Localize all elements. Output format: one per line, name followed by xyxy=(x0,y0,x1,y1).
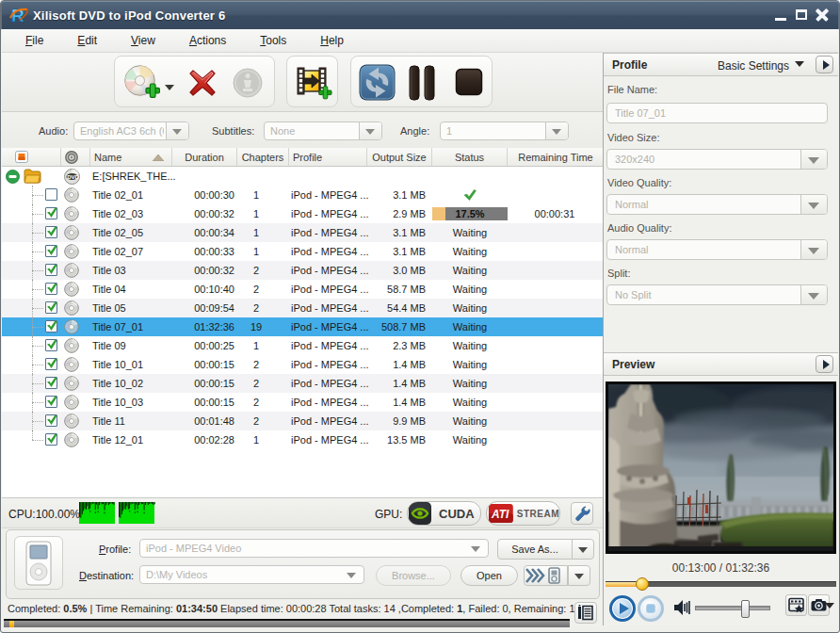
video-size-select[interactable]: 320x240 xyxy=(606,149,828,170)
save-as-dropdown-button[interactable] xyxy=(572,539,594,560)
profile-preset-dropdown[interactable]: Basic Settings xyxy=(718,59,804,73)
row-checkbox-checked[interactable] xyxy=(45,339,57,351)
split-select[interactable]: No Split xyxy=(606,284,828,305)
cell-status-done xyxy=(432,186,508,204)
row-checkbox-checked[interactable] xyxy=(45,396,57,408)
seek-bar[interactable] xyxy=(606,581,836,587)
column-header-duration[interactable]: Duration xyxy=(172,148,237,166)
row-checkbox-checked[interactable] xyxy=(45,377,57,389)
menu-tools[interactable]: Tools xyxy=(250,30,296,51)
output-profile-select[interactable]: iPod - MPEG4 Video xyxy=(139,539,489,558)
table-row[interactable]: Title 10_0300:00:152iPod - MPEG4 ...1.4 … xyxy=(2,393,603,412)
preview-stop-button[interactable] xyxy=(638,595,664,622)
column-header-disc[interactable] xyxy=(61,148,90,166)
preview-panel-expand-button[interactable] xyxy=(816,355,833,373)
device-ipod-button[interactable] xyxy=(14,536,63,590)
snapshot-dropdown-arrow[interactable] xyxy=(825,603,834,613)
volume-slider[interactable] xyxy=(695,606,770,610)
transfer-dropdown-button[interactable] xyxy=(568,565,590,586)
maximize-button[interactable] xyxy=(795,8,809,22)
row-checkbox-checked[interactable] xyxy=(45,358,57,370)
audio-quality-select[interactable]: Normal xyxy=(606,239,828,260)
angle-dropdown-arrow[interactable] xyxy=(545,122,568,139)
cuda-toggle-button[interactable]: CUDA xyxy=(407,501,481,526)
table-row[interactable]: Title 02_0300:00:321iPod - MPEG4 ...2.9 … xyxy=(2,204,603,223)
add-dvd-dropdown-arrow[interactable] xyxy=(165,85,174,95)
column-header-profile[interactable]: Profile xyxy=(289,148,367,166)
save-as-button[interactable]: Save As... xyxy=(497,539,573,560)
audio-select[interactable]: English AC3 6ch (0x8 xyxy=(73,122,189,140)
log-button[interactable] xyxy=(574,602,597,624)
close-button[interactable] xyxy=(816,8,830,22)
play-button[interactable] xyxy=(609,595,636,622)
volume-knob[interactable] xyxy=(741,600,750,618)
destination-select[interactable]: D:\My Videos xyxy=(139,565,364,584)
video-quality-select[interactable]: Normal xyxy=(606,194,828,215)
add-video-button[interactable] xyxy=(297,65,332,101)
collapse-icon[interactable] xyxy=(6,170,20,184)
table-row[interactable]: Title 0500:09:542iPod - MPEG4 ...54.4 MB… xyxy=(2,299,603,317)
subtitles-dropdown-arrow[interactable] xyxy=(359,122,381,139)
row-checkbox-checked[interactable] xyxy=(45,283,57,295)
pause-button[interactable] xyxy=(408,64,436,102)
remove-button[interactable] xyxy=(188,69,217,97)
file-name-input[interactable]: Title 07_01 xyxy=(606,103,828,123)
column-header-name[interactable]: Name xyxy=(90,148,172,166)
row-checkbox-checked[interactable] xyxy=(45,414,57,427)
column-header-checkbox[interactable] xyxy=(2,148,61,166)
settings-wrench-button[interactable] xyxy=(571,502,593,525)
profile-panel-expand-button[interactable] xyxy=(816,56,833,73)
table-row[interactable]: Title 0400:10:402iPod - MPEG4 ...58.7 MB… xyxy=(2,280,603,299)
transfer-to-device-button[interactable] xyxy=(524,565,568,586)
angle-select[interactable]: 1 xyxy=(440,122,569,140)
source-row[interactable]: DVDE:[SHREK_THE... xyxy=(2,167,603,186)
column-header-remaining-time[interactable]: Remaining Time xyxy=(508,148,604,166)
destination-dropdown-arrow[interactable] xyxy=(341,566,363,583)
menu-help[interactable]: Help xyxy=(311,30,353,51)
row-checkbox-checked[interactable] xyxy=(45,433,57,446)
row-checkbox-checked[interactable] xyxy=(45,264,57,276)
table-row[interactable]: Title 1100:01:482iPod - MPEG4 ...9.9 MBW… xyxy=(2,412,603,430)
menu-actions[interactable]: Actions xyxy=(180,30,235,51)
add-dvd-button[interactable] xyxy=(124,65,160,101)
row-checkbox-checked[interactable] xyxy=(45,320,57,333)
audio-quality-dropdown-arrow[interactable] xyxy=(800,240,827,259)
row-checkbox-checked[interactable] xyxy=(45,245,57,257)
video-quality-dropdown-arrow[interactable] xyxy=(800,195,827,214)
column-header-status[interactable]: Status xyxy=(432,148,508,166)
table-row[interactable]: Title 02_0500:00:341iPod - MPEG4 ...3.1 … xyxy=(2,223,603,242)
ati-stream-toggle-button[interactable]: ATI STREAM xyxy=(486,501,560,526)
profile-panel-title: Profile xyxy=(612,58,647,72)
table-row[interactable]: Title 12_0100:02:281iPod - MPEG4 ...13.5… xyxy=(2,430,603,449)
row-checkbox[interactable] xyxy=(45,188,57,201)
split-dropdown-arrow[interactable] xyxy=(800,285,827,304)
table-row[interactable]: Title 0900:00:251iPod - MPEG4 ...2.3 MBW… xyxy=(2,336,603,355)
convert-button[interactable] xyxy=(359,64,396,101)
column-header-output-size[interactable]: Output Size xyxy=(367,148,432,166)
menu-edit[interactable]: Edit xyxy=(68,30,106,51)
table-row[interactable]: Title 02_0100:00:301iPod - MPEG4 ...3.1 … xyxy=(2,186,603,204)
column-header-chapters[interactable]: Chapters xyxy=(237,148,289,166)
table-row[interactable]: Title 07_0101:32:3619iPod - MPEG4 ...508… xyxy=(2,317,603,336)
snapshot-manager-button[interactable] xyxy=(785,594,807,616)
table-row[interactable]: Title 10_0200:00:152iPod - MPEG4 ...1.4 … xyxy=(2,374,603,393)
menu-file[interactable]: File xyxy=(16,30,53,51)
table-row[interactable]: Title 02_0700:00:331iPod - MPEG4 ...3.1 … xyxy=(2,242,603,261)
cell-remaining-time xyxy=(508,242,602,261)
row-checkbox-checked[interactable] xyxy=(45,301,57,314)
menu-view[interactable]: View xyxy=(121,30,165,51)
audio-dropdown-arrow[interactable] xyxy=(166,122,188,139)
subtitles-select[interactable]: None xyxy=(264,122,382,140)
table-row[interactable]: Title 10_0100:00:152iPod - MPEG4 ...1.4 … xyxy=(2,355,603,374)
minimize-button[interactable] xyxy=(774,8,788,22)
seek-bar-knob[interactable] xyxy=(636,577,649,591)
row-checkbox-checked[interactable] xyxy=(45,207,57,219)
stop-button[interactable] xyxy=(455,68,483,96)
open-button[interactable]: Open xyxy=(460,565,518,586)
table-row[interactable]: Title 0300:00:322iPod - MPEG4 ...3.0 MBW… xyxy=(2,261,603,280)
video-size-dropdown-arrow[interactable] xyxy=(800,150,827,169)
folder-icon xyxy=(24,169,41,184)
row-checkbox-checked[interactable] xyxy=(45,226,57,238)
file-name-label: File Name: xyxy=(607,84,657,95)
output-profile-dropdown-arrow[interactable] xyxy=(465,540,488,557)
